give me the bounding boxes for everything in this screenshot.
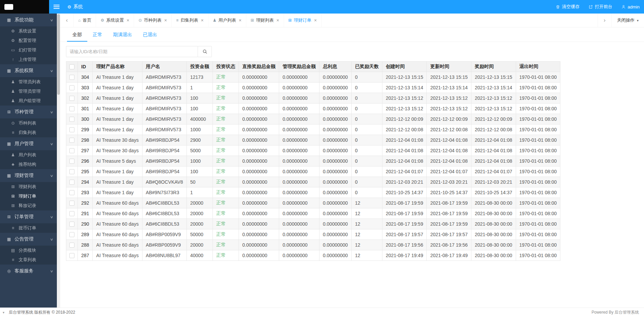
chevron-down-icon: ∨	[50, 237, 53, 241]
cell-reward_days: 0	[351, 145, 382, 156]
open-tab[interactable]: ⊙币种列表×	[134, 14, 172, 27]
cell-reward_at: 2021-12-13 15:12	[471, 93, 516, 104]
cell-reward_at: 2021-12-04 01:08	[471, 156, 516, 166]
sidebar-item[interactable]: ⊞释放记录	[0, 201, 57, 210]
row-checkbox-cell	[66, 135, 78, 145]
cell-manage_reward: 0.00000000	[279, 145, 319, 156]
sidebar-item[interactable]: ♣推荐结构	[0, 160, 57, 169]
row-checkbox-cell	[66, 177, 78, 187]
sidebar-item[interactable]: ⊞理财列表	[0, 182, 57, 191]
clear-cache-button[interactable]: 清空缓存	[551, 0, 584, 14]
sidebar-item[interactable]: ▭幻灯管理	[0, 45, 57, 55]
close-tab-icon[interactable]: ×	[239, 18, 241, 23]
row-checkbox[interactable]	[69, 253, 74, 258]
row-checkbox[interactable]	[69, 148, 74, 153]
cell-username: AB#RDMIRV573	[142, 124, 186, 135]
cell-reward_days: 0	[351, 114, 382, 124]
sidebar-item[interactable]: ♟用户列表	[0, 150, 57, 160]
search-input[interactable]	[66, 46, 198, 57]
filter-tab[interactable]: 正常	[87, 27, 108, 42]
open-tab[interactable]: ⚙系统设置×	[96, 14, 134, 27]
row-checkbox[interactable]	[69, 211, 74, 216]
sidebar-item[interactable]: ≡归集列表	[0, 128, 57, 137]
select-all-checkbox[interactable]	[69, 64, 74, 69]
app-logo[interactable]	[0, 0, 49, 14]
sidebar-section[interactable]: ▦用户管理∨	[0, 137, 57, 150]
user-icon: ♟	[10, 89, 16, 94]
row-checkbox[interactable]	[69, 117, 74, 122]
row-checkbox[interactable]	[69, 169, 74, 174]
sidebar-section[interactable]: ◎客服服务∨	[0, 265, 57, 277]
footer: ▾ 后台管理系统 版权所有 © 2018-2022 Powered By 后台管…	[0, 308, 644, 317]
table-row: 297AI Treasure 30 daysAB#I9RBDJP545000正常…	[66, 145, 560, 156]
open-tab[interactable]: ≡归集列表×	[172, 14, 208, 27]
row-checkbox[interactable]	[69, 243, 74, 248]
row-checkbox[interactable]	[69, 190, 74, 195]
gear-icon: ⚙	[10, 29, 16, 33]
cell-product: AI Treasure 1 day	[93, 166, 142, 177]
sidebar-section[interactable]: ▦系统权限∨	[0, 64, 57, 77]
open-tab[interactable]: ♟用户列表×	[208, 14, 246, 27]
user-menu-button[interactable]: admin	[617, 0, 644, 14]
sidebar-item[interactable]: ⊞理财订单	[0, 191, 57, 201]
row-checkbox[interactable]	[69, 201, 74, 206]
tabs-scroll-left-button[interactable]: ‹	[60, 14, 74, 27]
cell-reward_days: 12	[351, 229, 382, 240]
row-checkbox[interactable]	[69, 127, 74, 132]
sidebar-item[interactable]: ♟用户组管理	[0, 96, 57, 106]
sidebar-item[interactable]: ♟管理员列表	[0, 77, 57, 87]
sidebar-toggle-button[interactable]	[49, 0, 64, 14]
sidebar-scrollbar[interactable]	[57, 14, 60, 308]
cell-interest: 0.00000000	[319, 198, 351, 208]
open-tab[interactable]: ⌂首页	[74, 14, 96, 27]
row-checkbox[interactable]	[69, 159, 74, 164]
close-tab-icon[interactable]: ×	[127, 18, 129, 23]
cell-status: 正常	[213, 229, 239, 240]
sidebar-item[interactable]: ⊙币种列表	[0, 118, 57, 128]
sidebar-section[interactable]: ⊞币种管理∨	[0, 106, 57, 118]
row-checkbox[interactable]	[69, 180, 74, 185]
filter-tab[interactable]: 期满退出	[108, 27, 137, 42]
row-checkbox[interactable]	[69, 232, 74, 237]
cell-id: 303	[78, 83, 93, 93]
open-tab[interactable]: ⊞理财订单×	[284, 14, 321, 27]
close-tab-icon[interactable]: ×	[164, 18, 167, 23]
sidebar-section[interactable]: ▦公告管理∨	[0, 233, 57, 246]
close-tab-icon[interactable]: ×	[276, 18, 279, 23]
sidebar-item[interactable]: ♟管理员管理	[0, 87, 57, 96]
sidebar-item[interactable]: ⚙配置管理	[0, 36, 57, 45]
row-checkbox[interactable]	[69, 85, 74, 90]
filter-tab[interactable]: 已退出	[137, 27, 162, 42]
table-row: 288AI Treasure 60 daysAB#RBP0059V920000正…	[66, 240, 560, 250]
cell-exit_at: 1970-01-01 08:00	[516, 72, 560, 83]
sidebar-section[interactable]: ▦系统功能∨	[0, 14, 57, 26]
tabs-scroll-right-button[interactable]: ›	[598, 14, 611, 27]
row-checkbox[interactable]	[69, 75, 74, 80]
close-tab-icon[interactable]: ×	[314, 18, 317, 23]
sidebar-item[interactable]: ≡文章列表	[0, 255, 57, 265]
sidebar-section[interactable]: ⊞订单管理∨	[0, 210, 57, 223]
cell-reward_days: 0	[351, 187, 382, 198]
table-row: 302AI Treasure 1 dayAB#RDMIRV573100正常0.0…	[66, 93, 560, 104]
search-button[interactable]	[198, 46, 212, 57]
sidebar-scrollbar-thumb[interactable]	[57, 14, 60, 95]
sidebar-item[interactable]: ↑上传管理	[0, 55, 57, 64]
system-menu[interactable]: ⚙ 系统	[64, 0, 86, 14]
sidebar-section[interactable]: ▦理财管理∨	[0, 169, 57, 182]
sidebar-item[interactable]: ≡提币订单	[0, 223, 57, 233]
open-front-button[interactable]: 打开前台	[584, 0, 617, 14]
sidebar-item[interactable]: ⚙系统设置	[0, 26, 57, 36]
cell-interest: 0.00000000	[319, 114, 351, 124]
row-checkbox[interactable]	[69, 106, 74, 111]
row-checkbox[interactable]	[69, 96, 74, 101]
close-tab-icon[interactable]: ×	[201, 18, 203, 23]
gear-icon: ⚙	[10, 38, 16, 43]
sidebar-item[interactable]: ▤分类模块	[0, 246, 57, 255]
filter-tab[interactable]: 全部	[67, 27, 87, 42]
row-checkbox[interactable]	[69, 222, 74, 227]
close-operations-dropdown[interactable]: 关闭操作 ▾	[611, 14, 644, 27]
footer-caret-icon[interactable]: ▾	[3, 311, 4, 314]
row-checkbox[interactable]	[69, 138, 74, 143]
column-header-reward_days: 已奖励天数	[351, 62, 382, 72]
open-tab[interactable]: ⊞理财列表×	[246, 14, 284, 27]
